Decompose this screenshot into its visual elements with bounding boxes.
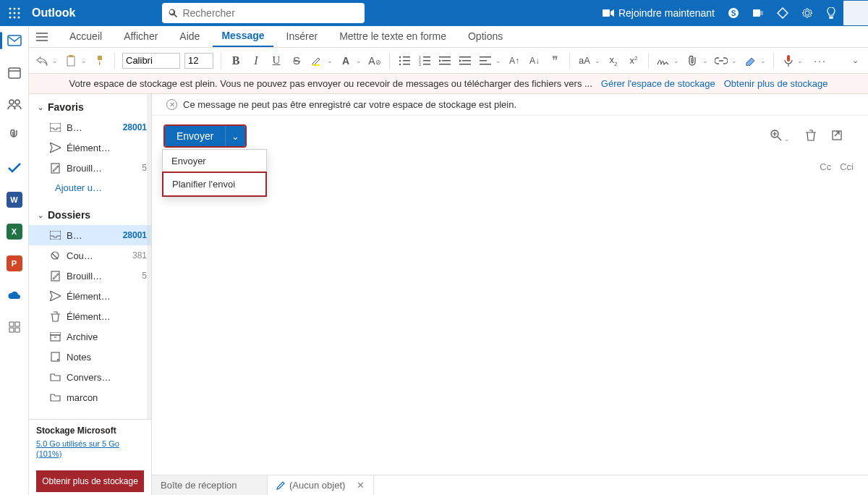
account-avatar[interactable] (843, 1, 868, 25)
footer-tab-inbox[interactable]: Boîte de réception (152, 475, 268, 495)
folder-item[interactable]: Brouill…5 (29, 266, 151, 286)
zoom-icon[interactable]: ⌄ (770, 130, 790, 143)
footer-tab-compose[interactable]: (Aucun objet) ✕ (268, 475, 374, 495)
bullets-icon[interactable] (397, 54, 412, 68)
outdent-icon[interactable] (438, 54, 452, 68)
signature-icon[interactable] (656, 54, 671, 68)
dismiss-warning-icon[interactable]: ✕ (166, 99, 177, 110)
decrease-font-icon[interactable]: A↓ (527, 54, 542, 68)
menu-message[interactable]: Message (213, 27, 273, 47)
svg-rect-22 (67, 56, 75, 66)
paste-icon[interactable] (64, 54, 78, 68)
rail-files-icon[interactable] (6, 127, 23, 145)
more-icon[interactable]: ··· (813, 54, 827, 68)
send-menu-schedule[interactable]: Planifier l'envoi (162, 172, 267, 197)
italic-icon[interactable]: I (249, 54, 263, 68)
banner-manage-link[interactable]: Gérer l'espace de stockage (601, 78, 715, 89)
app-launcher-icon[interactable] (0, 7, 29, 19)
rail-todo-icon[interactable] (6, 159, 23, 177)
dictate-icon[interactable] (781, 54, 796, 68)
menu-aide[interactable]: Aide (171, 28, 208, 46)
send-dropdown-button[interactable]: ⌄ (225, 126, 245, 146)
storage-usage-link[interactable]: 5.0 Go utilisés sur 5 Go (101%) (36, 439, 119, 458)
rail-calendar-icon[interactable] (6, 64, 23, 81)
folder-item[interactable]: Brouill…5 (29, 158, 151, 178)
menu-options[interactable]: Options (459, 28, 511, 46)
folder-item[interactable]: Élément… (29, 306, 151, 326)
rail-powerpoint-icon[interactable]: P (6, 255, 23, 272)
folder-item[interactable]: Élément… (29, 286, 151, 306)
format-painter-icon[interactable] (93, 54, 107, 68)
search-box[interactable] (162, 3, 365, 23)
diamond-icon[interactable] (777, 7, 788, 19)
close-tab-icon[interactable]: ✕ (357, 480, 365, 491)
settings-icon[interactable] (801, 7, 813, 19)
discard-icon[interactable] (806, 130, 816, 143)
attach-icon[interactable] (685, 54, 699, 68)
font-color-icon[interactable]: A (339, 54, 353, 68)
underline-icon[interactable]: U (269, 54, 284, 68)
search-icon (168, 8, 178, 18)
note-icon (49, 351, 61, 363)
highlight-icon[interactable] (310, 54, 324, 68)
rail-mail-icon[interactable] (6, 32, 23, 49)
rail-word-icon[interactable]: W (6, 191, 23, 208)
svg-rect-52 (50, 332, 61, 335)
indent-icon[interactable] (458, 54, 472, 68)
undo-icon[interactable] (35, 54, 49, 68)
rail-people-icon[interactable] (6, 96, 23, 113)
svg-rect-38 (442, 60, 451, 62)
increase-font-icon[interactable]: A↑ (507, 54, 522, 68)
svg-rect-44 (480, 60, 487, 62)
font-name-input[interactable] (122, 53, 180, 69)
folder-item[interactable]: Notes (29, 347, 151, 367)
favorites-header[interactable]: ⌄Favoris (29, 94, 151, 117)
add-favorite-link[interactable]: Ajouter u… (29, 178, 151, 202)
menu-accueil[interactable]: Accueil (61, 28, 111, 46)
strike-icon[interactable]: S (289, 54, 304, 68)
search-input[interactable] (182, 7, 359, 19)
join-meeting-button[interactable]: Rejoindre maintenant (603, 7, 715, 19)
numbering-icon[interactable]: 123 (417, 54, 432, 68)
folders-header[interactable]: ⌄Dossiers (29, 202, 151, 225)
folder-icon (49, 371, 61, 383)
folder-item[interactable]: B…28001 (29, 117, 151, 138)
menu-mettre-en-forme[interactable]: Mettre le texte en forme (331, 28, 455, 46)
svg-rect-41 (462, 60, 471, 62)
font-size-input[interactable] (184, 53, 213, 69)
rail-more-apps-icon[interactable] (6, 318, 23, 336)
ribbon-collapse-icon[interactable]: ⌄ (848, 54, 862, 68)
subscript-icon[interactable]: x2 (606, 54, 621, 68)
folder-item[interactable]: marcon (29, 387, 151, 407)
menu-afficher[interactable]: Afficher (115, 28, 166, 46)
folder-count: 5 (142, 163, 147, 173)
rail-excel-icon[interactable]: X (6, 223, 23, 240)
send-menu-send[interactable]: Envoyer (163, 150, 266, 172)
folder-item[interactable]: B…28001 (29, 225, 151, 245)
banner-getmore-link[interactable]: Obtenir plus de stockage (724, 78, 828, 89)
case-icon[interactable]: aA (577, 54, 592, 68)
folder-item[interactable]: Archive (29, 326, 151, 347)
folder-item[interactable]: Élément… (29, 138, 151, 158)
teams-icon[interactable] (752, 7, 764, 19)
align-icon[interactable] (478, 54, 493, 68)
link-icon[interactable] (714, 54, 728, 68)
eraser-icon[interactable] (743, 54, 757, 68)
cc-button[interactable]: Cc (820, 161, 831, 172)
hamburger-icon[interactable] (35, 30, 49, 44)
skype-icon[interactable]: S (728, 7, 739, 19)
cci-button[interactable]: Cci (840, 161, 854, 172)
tips-icon[interactable] (826, 7, 836, 19)
svg-rect-9 (603, 9, 610, 17)
bold-icon[interactable]: B (229, 54, 243, 68)
folder-item[interactable]: Cou…381 (29, 245, 151, 266)
rail-onedrive-icon[interactable] (6, 287, 23, 304)
superscript-icon[interactable]: x2 (626, 54, 641, 68)
popout-icon[interactable] (832, 130, 842, 143)
send-button[interactable]: Envoyer (165, 126, 225, 146)
menu-inserer[interactable]: Insérer (278, 28, 327, 46)
get-storage-button[interactable]: Obtenir plus de stockage (36, 470, 144, 492)
clear-format-icon[interactable]: A⊘ (367, 54, 382, 68)
quote-icon[interactable]: ❞ (548, 54, 562, 68)
folder-item[interactable]: Convers… (29, 367, 151, 387)
